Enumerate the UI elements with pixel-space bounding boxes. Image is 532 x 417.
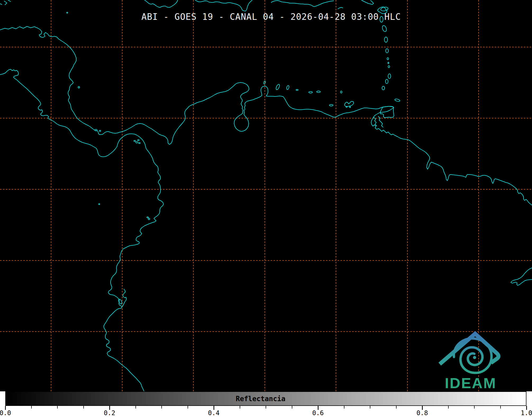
- colorbar-minor-tick: [474, 406, 475, 409]
- island-pacific-islet-2: [148, 218, 150, 220]
- island-los-roques-2: [317, 91, 320, 93]
- island-pacific-islet-1: [147, 217, 148, 218]
- colorbar-minor-tick: [500, 406, 501, 409]
- colorbar-minor-tick: [161, 406, 162, 409]
- coastline-central-america-caribbean-south-america-north-coast: [0, 26, 532, 205]
- ideam-logo-graphic: IDEAM: [431, 328, 516, 393]
- colorbar-minor-tick: [240, 406, 240, 409]
- image-title: ABI - GOES 19 - CANAL 04 - 2026-04-28 03…: [142, 12, 401, 22]
- coastline-top-left-corner-fragments: [0, 0, 11, 5]
- colorbar-minor-tick: [83, 406, 84, 409]
- island-tobago: [394, 99, 400, 102]
- colorbar-tick-label: 0.0: [0, 409, 11, 417]
- colorbar-label: Reflectancia: [236, 395, 285, 403]
- coastline-jamaica-south-coast: [144, 0, 178, 7]
- colorbar-minor-tick: [188, 406, 188, 409]
- colorbar-minor-tick: [135, 406, 136, 409]
- island-los-roques-1: [309, 91, 312, 93]
- coastline-buenaventura-inlet: [122, 289, 126, 306]
- island-curacao: [275, 84, 280, 90]
- colorbar-tick-label: 1.0: [521, 409, 532, 417]
- colorbar-minor-tick: [448, 406, 449, 409]
- colorbar-minor-tick: [344, 406, 344, 409]
- colorbar-minor-tick: [370, 406, 370, 409]
- island-coche: [346, 106, 347, 107]
- colorbar-minor-tick: [57, 406, 58, 409]
- island-grenadines-3: [388, 66, 390, 68]
- ideam-logo-text: IDEAM: [445, 375, 496, 391]
- colorbar-strip: Reflectancia: [0, 391, 532, 417]
- colorbar-minor-tick: [31, 406, 32, 409]
- satellite-image-viewer: ABI - GOES 19 - CANAL 04 - 2026-04-28 03…: [0, 0, 532, 417]
- island-st-vincent: [386, 49, 388, 53]
- colorbar-tick-label: 0.8: [416, 409, 428, 417]
- island-corn-island: [78, 86, 80, 88]
- island-st-lucia: [384, 37, 388, 42]
- island-bonaire: [286, 85, 289, 90]
- island-martinique: [381, 25, 387, 32]
- mountain-spiral-icon: [441, 334, 498, 373]
- colorbar-minor-tick: [266, 406, 266, 409]
- island-grenada: [382, 86, 385, 90]
- island-grenadines-2: [388, 62, 389, 64]
- colorbar-tick-label: 0.2: [104, 409, 115, 417]
- colorbar-minor-tick: [292, 406, 292, 409]
- coastline-dominican-republic-coast: [271, 1, 334, 7]
- colorbar-tick-label: 0.4: [208, 409, 219, 417]
- island-providencia: [67, 12, 68, 13]
- colorbar-minor-tick: [396, 406, 397, 409]
- island-nicaragua-cays-2: [99, 130, 101, 131]
- colorbar-tick-label: 0.6: [312, 409, 324, 417]
- island-antilles-island-1: [388, 74, 391, 79]
- coastline-pacific-coast-central-america-to-ecuador: [0, 69, 163, 391]
- island-pearl-island-3: [138, 140, 139, 141]
- coastline-beata-fragment: [338, 7, 343, 9]
- ideam-logo: IDEAM: [431, 328, 516, 393]
- island-la-tortuga: [329, 104, 333, 106]
- island-cubagua: [349, 107, 351, 108]
- island-pearl-island-4: [139, 143, 140, 144]
- island-pearl-island-1: [134, 140, 135, 141]
- island-antilles-island-2: [385, 79, 388, 84]
- island-las-aves: [296, 89, 298, 90]
- coastline-trinidad-island: [380, 106, 394, 118]
- island-grenadines-1: [387, 58, 389, 60]
- coastline-puerto-rico-fragment: [362, 0, 374, 4]
- island-pearl-island-2: [136, 141, 138, 143]
- island-la-blanquilla: [340, 91, 342, 93]
- coastline-amazon-estuary-fragment: [511, 268, 532, 285]
- coastline-margarita-island: [344, 101, 354, 107]
- coastline-hispaniola-south-coast: [195, 0, 252, 11]
- island-pacific-islet-3: [99, 204, 100, 205]
